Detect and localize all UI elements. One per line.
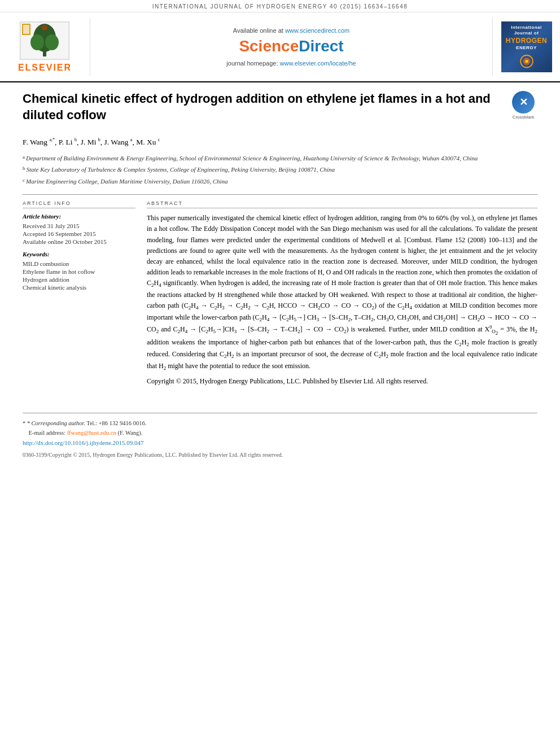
crossmark-container: ✕ CrossMark — [509, 91, 537, 120]
elsevier-tree-icon — [19, 21, 70, 60]
article-title: Chemical kinetic effect of hydrogen addi… — [23, 91, 501, 123]
elsevier-logo-container: ELSEVIER — [0, 18, 90, 76]
journal-bar: INTERNATIONAL JOURNAL OF HYDROGEN ENERGY… — [0, 0, 560, 12]
elsevier-wordmark: ELSEVIER — [18, 63, 72, 73]
affiliation-c: c Marine Engineering College, Dalian Mar… — [23, 177, 537, 186]
affiliation-a-text: Department of Building Environment & Ene… — [26, 154, 478, 163]
article-info-col: ARTICLE INFO Article history: Received 3… — [23, 200, 135, 390]
email-link[interactable]: ffwang@hust.edu.cn — [67, 430, 116, 436]
svg-rect-8 — [23, 25, 29, 34]
two-col-section: ARTICLE INFO Article history: Received 3… — [23, 200, 537, 390]
footer-divider — [23, 413, 537, 413]
affiliation-b: b State Key Laboratory of Turbulence & C… — [23, 165, 537, 174]
main-content: Chemical kinetic effect of hydrogen addi… — [0, 82, 560, 399]
received-date: Received 31 July 2015 — [23, 222, 135, 229]
crossmark-icon: ✕ — [512, 91, 535, 113]
journal-homepage: journal homepage: www.elsevier.com/locat… — [226, 60, 356, 67]
header-center: Available online at www.sciencedirect.co… — [90, 18, 492, 76]
doi-line: http://dx.doi.org/10.1016/j.ijhydene.201… — [23, 438, 537, 448]
svg-point-5 — [45, 34, 59, 50]
keyword-1: MILD combustion — [23, 260, 135, 267]
affiliations: a Department of Building Environment & E… — [23, 154, 537, 186]
email-label: E-mail address: — [29, 430, 66, 436]
journal-homepage-url[interactable]: www.elsevier.com/locate/he — [280, 60, 356, 67]
abstract-header: ABSTRACT — [147, 200, 537, 208]
available-online-date: Available online 20 October 2015 — [23, 238, 135, 245]
tel-text: Tel.: +86 132 9416 0016. — [86, 420, 146, 426]
affiliation-b-text: State Key Laboratory of Turbulence & Com… — [27, 165, 335, 174]
header: ELSEVIER Available online at www.science… — [0, 12, 560, 82]
crossmark-label: CrossMark — [513, 115, 535, 120]
affiliation-a: a Department of Building Environment & E… — [23, 154, 537, 163]
svg-point-11 — [525, 60, 528, 63]
article-info-header: ARTICLE INFO — [23, 200, 135, 208]
divider-1 — [23, 194, 537, 195]
journal-cover: International Journal of HYDROGEN ENERGY — [501, 21, 552, 72]
footnote-star: * — [23, 420, 25, 426]
article-history-label: Article history: — [23, 213, 135, 220]
journal-bar-text: INTERNATIONAL JOURNAL OF HYDROGEN ENERGY… — [152, 3, 408, 10]
authors-line: F. Wang a,*, P. Li b, J. Mi b, J. Wang a… — [23, 137, 537, 147]
copyright-text: Copyright © 2015, Hydrogen Energy Public… — [147, 376, 537, 387]
doi-link[interactable]: http://dx.doi.org/10.1016/j.ijhydene.201… — [23, 439, 144, 446]
abstract-col: ABSTRACT This paper numerically investig… — [147, 200, 537, 390]
sciencedirect-url[interactable]: www.sciencedirect.com — [285, 27, 349, 34]
corresponding-author-line: * * Corresponding author. Tel.: +86 132 … — [23, 419, 537, 429]
available-online-text: Available online at www.sciencedirect.co… — [233, 27, 349, 34]
svg-point-4 — [30, 34, 44, 50]
corresponding-label: * Corresponding author. — [27, 420, 85, 426]
elsevier-logo: ELSEVIER — [18, 21, 72, 73]
journal-cover-image-icon — [515, 54, 538, 69]
keywords-label: Keywords: — [23, 251, 135, 257]
journal-cover-title: International Journal of HYDROGEN ENERGY — [505, 25, 549, 51]
accepted-date: Accepted 16 September 2015 — [23, 230, 135, 237]
footnote-area: * * Corresponding author. Tel.: +86 132 … — [0, 419, 560, 468]
article-title-section: Chemical kinetic effect of hydrogen addi… — [23, 91, 537, 129]
issn-line: 0360-3199/Copyright © 2015, Hydrogen Ene… — [23, 451, 537, 460]
abstract-body: This paper numerically investigated the … — [147, 213, 537, 387]
keyword-3: Hydrogen addition — [23, 276, 135, 283]
journal-cover-container: International Journal of HYDROGEN ENERGY — [492, 18, 560, 76]
keyword-4: Chemical kinetic analysis — [23, 284, 135, 291]
sciencedirect-logo: ScienceDirect — [239, 37, 343, 55]
affiliation-c-text: Marine Engineering College, Dalian Marit… — [26, 177, 228, 186]
abstract-paragraph: This paper numerically investigated the … — [147, 213, 537, 373]
email-author: (F. Wang). — [117, 430, 142, 436]
keyword-2: Ethylene flame in hot coflow — [23, 268, 135, 275]
email-line: E-mail address: ffwang@hust.edu.cn (F. W… — [23, 429, 537, 438]
svg-point-6 — [42, 25, 47, 30]
